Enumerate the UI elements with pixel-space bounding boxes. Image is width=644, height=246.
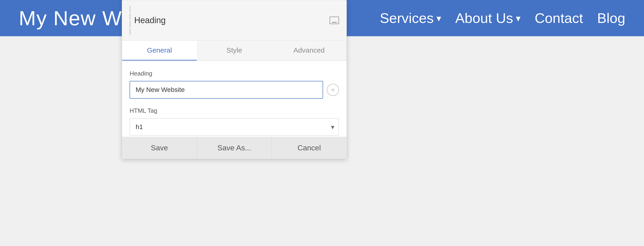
panel-minimize-button[interactable]: [330, 17, 339, 24]
panel-tabs: General Style Advanced: [122, 41, 346, 61]
panel-header: Heading: [122, 0, 346, 41]
cancel-button[interactable]: Cancel: [272, 137, 346, 159]
drag-handle-icon: [130, 6, 130, 35]
minimize-icon: [332, 22, 337, 23]
html-tag-select[interactable]: h1 h2 h3 h4 h5 h6 div span p: [130, 118, 339, 136]
heading-panel: Heading General Style Advanced Heading +: [122, 0, 347, 159]
nav-label-about-us: About Us: [455, 10, 513, 26]
html-tag-select-wrapper: h1 h2 h3 h4 h5 h6 div span p ▾: [130, 118, 339, 136]
heading-add-button[interactable]: +: [327, 84, 339, 96]
panel-title: Heading: [134, 15, 166, 25]
nav-label-blog: Blog: [597, 10, 625, 26]
site-nav: Services ▾ About Us ▾ Contact Blog: [380, 10, 625, 26]
chevron-down-icon: ▾: [516, 13, 520, 24]
nav-item-services[interactable]: Services ▾: [380, 10, 441, 26]
plus-icon: +: [331, 86, 335, 94]
nav-item-about-us[interactable]: About Us ▾: [455, 10, 520, 26]
chevron-down-icon: ▾: [436, 13, 441, 24]
save-button[interactable]: Save: [122, 137, 197, 159]
nav-label-contact: Contact: [534, 10, 583, 26]
nav-label-services: Services: [380, 10, 434, 26]
html-tag-field-row: h1 h2 h3 h4 h5 h6 div span p ▾: [130, 118, 339, 136]
panel-body: Heading + HTML Tag h1 h2 h3 h4 h5: [122, 61, 346, 137]
heading-field-group: Heading +: [130, 70, 339, 99]
panel-footer: Save Save As... Cancel: [122, 137, 346, 159]
heading-field-row: +: [130, 81, 339, 99]
nav-item-blog[interactable]: Blog: [597, 10, 625, 26]
nav-item-contact[interactable]: Contact: [534, 10, 583, 26]
html-tag-field-group: HTML Tag h1 h2 h3 h4 h5 h6 div span p ▾: [130, 107, 339, 136]
html-tag-field-label: HTML Tag: [130, 107, 339, 114]
tab-advanced[interactable]: Advanced: [272, 41, 346, 61]
panel-title-area: Heading: [134, 15, 330, 25]
heading-input[interactable]: [130, 81, 323, 99]
tab-style[interactable]: Style: [197, 41, 272, 61]
heading-field-label: Heading: [130, 70, 339, 77]
tab-general[interactable]: General: [122, 41, 197, 61]
save-as-button[interactable]: Save As...: [197, 137, 272, 159]
